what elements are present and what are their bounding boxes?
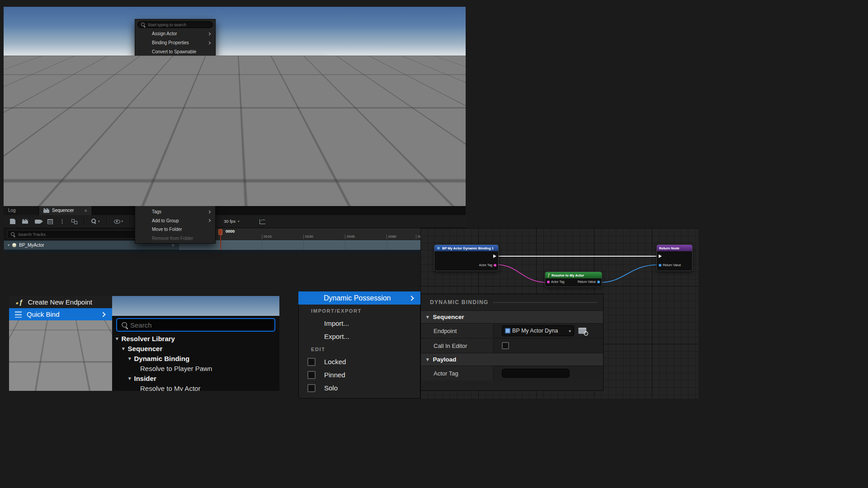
return-value-pin-icon[interactable] <box>597 281 600 283</box>
menu-search-field[interactable] <box>137 21 213 28</box>
paste-icon <box>153 156 157 160</box>
quick-bind-search-input[interactable] <box>346 100 439 105</box>
node-bp-my-actor-dynamic-binding[interactable]: BP My Actor Dynamic Binding 1 Actor Tag <box>434 244 499 271</box>
pin-return-value-out[interactable]: Return Value <box>578 280 600 283</box>
caret-down-icon: ▾ <box>122 346 125 351</box>
create-endpoint-icon: ★ƒ <box>270 89 275 94</box>
caret-down-icon: ▾ <box>336 109 338 113</box>
menu-item-assign-actor[interactable]: Assign Actor <box>135 29 215 38</box>
section-payload[interactable]: ▾ Payload <box>421 353 603 366</box>
pinned-checkbox[interactable] <box>307 371 316 379</box>
menu-item-move-to-folder[interactable]: Move to Folder <box>135 225 215 234</box>
menu-item-paste[interactable]: Paste CTRL+V <box>135 154 215 163</box>
render-movie-icon[interactable] <box>22 219 28 224</box>
menu-item-quick-bind[interactable]: Quick Bind <box>265 96 331 105</box>
pin-return-value-in[interactable]: Return Value <box>659 263 681 267</box>
endpoint-dropdown[interactable]: ƒ Unbound ▾ <box>265 77 308 84</box>
section-sequencer[interactable]: ▾ Sequencer <box>216 66 326 74</box>
menu-item-delete[interactable]: × Delete <box>135 172 215 181</box>
menu-item-tags[interactable]: Tags <box>135 207 215 216</box>
menu-item-add-to-group[interactable]: Add to Group <box>135 216 215 225</box>
menu-item-rename[interactable]: ✎ Rename F2 <box>135 189 215 198</box>
tree-item-insider[interactable]: ▾ Insider <box>112 373 279 383</box>
menu-item-create-new-endpoint[interactable]: ★ƒ Create New Endpoint <box>9 296 112 308</box>
call-in-editor-checkbox[interactable] <box>502 342 509 349</box>
save-icon[interactable] <box>10 219 15 224</box>
create-camera-icon[interactable] <box>35 220 41 224</box>
menu-item-binding-properties[interactable]: Binding Properties <box>135 38 215 47</box>
playback-options-button[interactable]: ▾ <box>91 219 100 224</box>
tab-log[interactable]: Log <box>4 206 39 215</box>
section-sequencer[interactable]: ▾ Sequencer <box>421 310 603 323</box>
solo-checkbox[interactable] <box>140 120 145 125</box>
close-tab-icon[interactable]: × <box>79 208 87 213</box>
actor-tag-row: Actor Tag <box>421 366 603 380</box>
tree-item-dynamic-binding[interactable]: ▾ Dynamic Binding <box>112 353 279 363</box>
tree-item-resolver-library[interactable]: ▾ Resolver Library <box>334 108 444 114</box>
search-icon <box>10 232 15 237</box>
menu-item-dynamic-possession[interactable]: Dynamic Possession <box>135 56 215 65</box>
tree-item-resolve-to-player-pawn[interactable]: Resolve to Player Pawn <box>112 363 279 373</box>
menu-item-pinned[interactable]: Pinned <box>299 368 420 381</box>
curve-editor-icon[interactable] <box>259 219 265 224</box>
tree-item-sequencer[interactable]: ▾ Sequencer <box>112 343 279 353</box>
pinned-checkbox[interactable] <box>140 112 145 117</box>
tree-item-resolve-to-player-pawn[interactable]: Resolve to Player Pawn <box>334 128 444 135</box>
tree-item-sequencer[interactable]: ▾ Sequencer <box>334 114 444 121</box>
menu-item-convert-to-spawnable[interactable]: Convert to Spawnable <box>135 47 215 56</box>
mute-checkbox[interactable] <box>140 129 145 134</box>
browse-icon[interactable] <box>312 78 319 84</box>
view-options-button[interactable]: ▾ <box>114 220 123 224</box>
pin-actor-tag-in[interactable]: Actor Tag <box>547 280 564 283</box>
menu-item-pinned[interactable]: Pinned <box>135 109 215 118</box>
menu-search-input[interactable] <box>148 23 210 27</box>
menu-item-cut[interactable]: ✂ Cut CTRL+X <box>135 136 215 145</box>
actor-tag-pin-icon[interactable] <box>547 281 550 283</box>
menu-item-export[interactable]: Export... <box>135 83 215 92</box>
menu-item-locked[interactable]: Locked <box>135 101 215 110</box>
quick-bind-search-field[interactable] <box>116 318 275 332</box>
menu-item-dynamic-possession[interactable]: Dynamic Possession <box>298 291 420 305</box>
edit-details-icon[interactable] <box>47 219 53 224</box>
menu-item-locked[interactable]: Locked <box>299 355 420 368</box>
node-return[interactable]: Return Node Return Value <box>656 244 693 271</box>
locked-checkbox[interactable] <box>307 358 316 366</box>
ruler-tick: 0015 <box>262 235 272 239</box>
menu-item-import[interactable]: Import... <box>135 74 215 83</box>
menu-item-duplicate[interactable]: Duplicate CTRL+D <box>135 163 215 172</box>
menu-item-create-new-endpoint[interactable]: ★ƒ Create New Endpoint <box>265 88 331 96</box>
tree-item-resolve-to-my-actor[interactable]: Resolve to My Actor <box>112 383 279 391</box>
playhead-marker[interactable] <box>218 229 222 235</box>
exec-out-pin[interactable] <box>493 254 496 258</box>
sequence-tools-icon[interactable] <box>71 219 77 224</box>
menu-item-remove-from-folder[interactable]: Remove from Folder <box>135 234 215 243</box>
locked-checkbox[interactable] <box>140 103 145 108</box>
menu-item-solo[interactable]: Solo <box>135 118 215 127</box>
menu-item-import[interactable]: Import... <box>299 317 420 330</box>
actor-tag-pin-icon[interactable] <box>494 264 496 267</box>
menu-item-copy[interactable]: Copy CTRL+C <box>135 145 215 154</box>
timeline-ruler[interactable]: 0015 0030 0045 0060 00 <box>180 228 420 241</box>
quick-bind-search-field[interactable] <box>336 99 442 106</box>
more-options-icon[interactable]: ⋮ <box>60 219 65 224</box>
tree-item-resolver-library[interactable]: ▾ Resolver Library <box>112 333 279 343</box>
menu-item-export[interactable]: Export... <box>299 330 420 343</box>
endpoint-value: Unbound <box>272 79 289 83</box>
quick-bind-search-input[interactable] <box>130 321 270 329</box>
frame-rate-dropdown[interactable]: 30 fps ▾ <box>222 218 241 225</box>
menu-item-delete-and-keep-state[interactable]: × Delete and Keep State <box>135 181 215 190</box>
endpoint-dropdown[interactable]: BP My Actor Dyna ▾ <box>502 325 574 336</box>
solo-checkbox[interactable] <box>307 384 316 392</box>
tab-sequencer[interactable]: Sequencer × <box>39 206 92 215</box>
browse-icon[interactable] <box>578 327 587 334</box>
tree-item-dynamic-binding[interactable]: ▾ Dynamic Binding <box>334 121 444 128</box>
return-value-pin-icon[interactable] <box>659 264 661 267</box>
pin-actor-tag-out[interactable]: Actor Tag <box>479 263 496 267</box>
node-resolve-to-my-actor[interactable]: ƒ Resolve to My Actor Actor Tag Return V… <box>545 272 602 287</box>
exec-in-pin[interactable] <box>659 254 662 258</box>
menu-item-mute[interactable]: Mute <box>135 127 215 136</box>
actor-tag-input[interactable] <box>502 369 570 378</box>
menu-item-solo[interactable]: Solo <box>299 381 420 394</box>
expand-caret-icon[interactable]: ▾ <box>8 243 9 247</box>
menu-item-quick-bind[interactable]: Quick Bind <box>9 308 112 320</box>
